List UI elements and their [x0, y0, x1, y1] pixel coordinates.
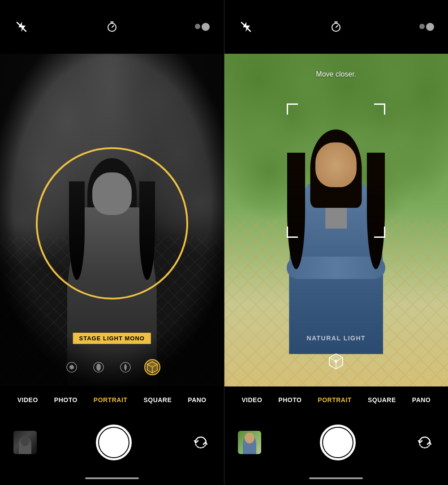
- thumbnail-left[interactable]: [13, 431, 37, 454]
- home-indicator-right: [224, 472, 448, 485]
- shutter-button-left[interactable]: [96, 425, 132, 460]
- live-icon-right: [419, 23, 434, 31]
- right-phone-panel: Move closer. NATURAL LIGHT VIDEO PHOTO P: [224, 0, 448, 485]
- mode-pano-left[interactable]: PANO: [184, 394, 210, 406]
- top-bar-right: [224, 0, 448, 54]
- shutter-inner-right: [323, 428, 353, 457]
- bracket-tr: [374, 103, 385, 115]
- mode-portrait-left[interactable]: PORTRAIT: [90, 394, 131, 406]
- svg-line-4: [112, 26, 114, 27]
- svg-point-11: [96, 364, 101, 371]
- arms-right: [287, 257, 385, 279]
- flip-camera-left[interactable]: [191, 433, 211, 452]
- shutter-button-right[interactable]: [320, 425, 356, 460]
- effect-natural-icon[interactable]: [64, 359, 80, 375]
- mode-portrait-right[interactable]: PORTRAIT: [314, 394, 355, 406]
- home-bar-right: [309, 477, 363, 479]
- natural-light-label: NATURAL LIGHT: [306, 335, 366, 342]
- mode-square-left[interactable]: SQUARE: [140, 394, 175, 406]
- effect-studio-icon[interactable]: [90, 359, 107, 375]
- mode-video-right[interactable]: VIDEO: [238, 394, 266, 406]
- svg-point-9: [69, 365, 74, 369]
- portrait-circle: [36, 147, 188, 299]
- live-button-right[interactable]: [418, 19, 435, 35]
- home-bar-left: [85, 477, 139, 479]
- effect-stage-mono-icon[interactable]: [144, 359, 160, 375]
- mode-photo-right[interactable]: PHOTO: [275, 394, 305, 406]
- svg-point-29: [335, 360, 337, 363]
- bracket-bl: [287, 227, 298, 238]
- flash-button-left[interactable]: [13, 19, 30, 35]
- bottom-controls-left: [0, 413, 224, 472]
- viewfinder-left: STAGE LIGHT MONO: [0, 54, 224, 386]
- top-bar-left: [0, 0, 224, 54]
- mode-photo-left[interactable]: PHOTO: [51, 394, 81, 406]
- focus-bracket: [287, 103, 385, 238]
- left-phone-panel: STAGE LIGHT MONO: [0, 0, 224, 485]
- cube-icon-right[interactable]: [327, 352, 345, 374]
- mode-pano-right[interactable]: PANO: [409, 394, 434, 406]
- effect-icons-left: [64, 359, 160, 375]
- viewfinder-right: Move closer. NATURAL LIGHT: [224, 54, 448, 386]
- live-button-left[interactable]: [194, 19, 211, 35]
- effect-contour-icon[interactable]: [117, 359, 134, 375]
- mode-bar-left: VIDEO PHOTO PORTRAIT SQUARE PANO: [0, 386, 224, 413]
- shutter-inner-left: [99, 428, 129, 457]
- flash-button-right[interactable]: [238, 19, 254, 35]
- bracket-br: [374, 227, 385, 238]
- timer-button-right[interactable]: [328, 19, 344, 35]
- bottom-controls-right: [224, 413, 448, 472]
- mode-square-right[interactable]: SQUARE: [364, 394, 400, 406]
- bracket-tl: [287, 103, 298, 115]
- move-closer-text: Move closer.: [316, 70, 356, 78]
- stage-light-label: STAGE LIGHT MONO: [73, 333, 151, 344]
- mode-bar-right: VIDEO PHOTO PORTRAIT SQUARE PANO: [224, 386, 448, 413]
- flip-camera-right[interactable]: [415, 433, 435, 452]
- thumbnail-right[interactable]: [238, 431, 261, 454]
- svg-line-21: [336, 26, 338, 27]
- home-indicator-left: [0, 472, 224, 485]
- timer-button-left[interactable]: [104, 19, 120, 35]
- live-icon-left: [195, 23, 210, 31]
- mode-video-left[interactable]: VIDEO: [14, 394, 42, 406]
